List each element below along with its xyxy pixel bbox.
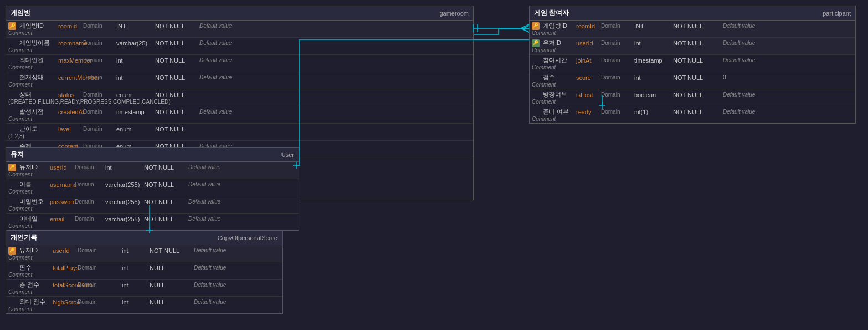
pk-icon: 🔑 [8, 22, 16, 30]
personal-title-en: CopyOfpersonalScore [218, 235, 278, 241]
table-row: 판수 totalPlays Domain int NULL Default va… [6, 262, 282, 280]
svg-line-13 [521, 24, 529, 28]
table-row: 최대인원 maxMember Domain int NOT NULL Defau… [6, 55, 473, 72]
svg-line-2 [522, 26, 529, 29]
svg-line-3 [522, 29, 529, 32]
table-row: 난이도 level Domain enum NOT NULL (1,2,3) [6, 124, 473, 141]
ready-field: ready [576, 109, 601, 115]
table-row: 상태 status Domain enum NOT NULL (CREATED,… [6, 89, 473, 106]
table-row: 방장여부 isHost Domain boolean NOT NULL Defa… [530, 89, 855, 106]
table-row: 🔑 유저ID userId Domain int NOT NULL Defaul… [6, 162, 299, 179]
table-row: 🔑 유저ID userId Domain int NOT NULL Defaul… [530, 38, 855, 55]
table-row: 총 점수 totalScoreSum Domain int NULL Defau… [6, 280, 282, 297]
personal-title-kr: 개인기록 [11, 233, 37, 242]
table-row: 최대 점수 highScroe Domain int NULL Default … [6, 297, 282, 313]
username-field: username [50, 181, 75, 188]
personal-header: 개인기록 CopyOfpersonalScore [6, 231, 282, 245]
pk-icon: 🔑 [532, 22, 540, 30]
pk-fk-icon: 🔑 [532, 39, 540, 47]
user-header: 유저 User [6, 148, 299, 162]
diagram-canvas: 게임방 gameroom 🔑 게임방ID roomId Domain INT N… [0, 0, 868, 330]
table-row: 참여시간 joinAt Domain timestamp NOT NULL De… [530, 55, 855, 72]
table-row: 점수 score Domain int NOT NULL 0 Comment [530, 72, 855, 89]
table-row: 이름 username Domain varchar(255) NOT NULL… [6, 179, 299, 196]
gameroom-title-kr: 게임방 [11, 8, 30, 18]
participant-header: 게임 참여자 participant [530, 6, 855, 21]
table-row: 비밀번호 password Domain varchar(255) NOT NU… [6, 196, 299, 214]
participant-title-en: participant [823, 10, 851, 17]
user-title-kr: 유저 [11, 150, 24, 159]
table-row: 🔑 게임방ID roomId Domain INT NOT NULL Defau… [530, 21, 855, 38]
table-row: 이메일 email Domain varchar(255) NOT NULL D… [6, 214, 299, 230]
user-table: 유저 User 🔑 유저ID userId Domain int NOT NUL… [6, 147, 299, 231]
table-row: 🔑 게임방ID roomId Domain INT NOT NULL Defau… [6, 21, 473, 38]
svg-line-14 [521, 28, 529, 32]
gameroom-header: 게임방 gameroom [6, 6, 473, 21]
pk-icon: 🔑 [8, 164, 16, 171]
table-row: 준비 여부 ready Domain int(1) NOT NULL Defau… [530, 106, 855, 123]
gameroom-title-en: gameroom [439, 10, 469, 17]
table-row: 게임방이름 roomname Domain varchar(25) NOT NU… [6, 38, 473, 55]
participant-title-kr: 게임 참여자 [534, 8, 569, 18]
personal-table: 개인기록 CopyOfpersonalScore 🔑 유저ID userId D… [6, 230, 283, 314]
table-row: 🔑 유저ID userId Domain int NOT NULL Defaul… [6, 245, 282, 262]
connection-gameroom-participant-room [470, 29, 529, 34]
table-row: 발생시점 createdAt Domain timestamp NOT NULL… [6, 106, 473, 124]
participant-table: 게임 참여자 participant 🔑 게임방ID roomId Domain… [529, 6, 856, 124]
table-row: 현재상태 currentMember Domain int NOT NULL D… [6, 72, 473, 89]
pk-icon: 🔑 [8, 247, 16, 255]
user-title-en: User [281, 151, 294, 158]
